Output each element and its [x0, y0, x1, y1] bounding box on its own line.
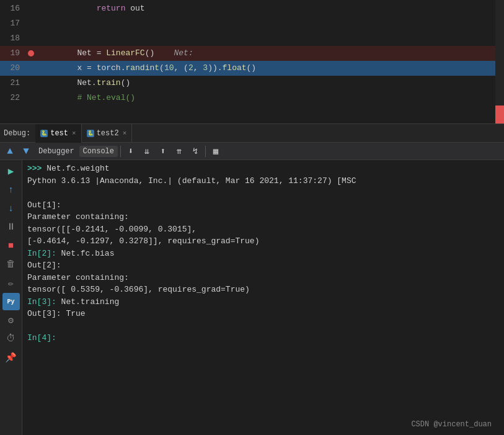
- line-number-22: 22: [0, 91, 26, 105]
- sidebar-icon-pyicon[interactable]: Py: [2, 293, 20, 310]
- code-line-17: 17: [0, 16, 504, 31]
- down-arrow-btn[interactable]: ▼: [19, 144, 33, 159]
- code-text: out: [125, 4, 144, 13]
- console-in2-line: In[2]: Net.fc.bias: [27, 248, 499, 260]
- code-keyword: return: [97, 4, 126, 13]
- debugger-btn[interactable]: Debugger: [35, 146, 78, 157]
- main-layout: ▶ ↑ ↓ ⏸ ■ 🗑 ✏ Py ⚙ ⏱ 📌 >>> Net.fc.weight…: [0, 160, 504, 435]
- line-content-17: [36, 16, 504, 31]
- sidebar-icon-stop[interactable]: ■: [2, 237, 20, 254]
- line-content-22: # Net.eval(): [36, 76, 504, 120]
- line-number-18: 18: [0, 31, 26, 46]
- sidebar-icon-gear[interactable]: ⚙: [2, 312, 20, 329]
- sidebar-icons: ▶ ↑ ↓ ⏸ ■ 🗑 ✏ Py ⚙ ⏱ 📌: [0, 160, 22, 435]
- console-out1-line3: [-0.4614, -0.1297, 0.3278]], requires_gr…: [27, 235, 499, 248]
- breakpoint-dot: [28, 50, 34, 56]
- toolbar-sep-2: [205, 146, 206, 157]
- tab-label-test: test: [50, 129, 68, 138]
- in3-label: In[3]:: [27, 297, 56, 307]
- tab-close-test[interactable]: ×: [72, 130, 76, 137]
- sidebar-icon-run[interactable]: ▶: [2, 163, 20, 180]
- toolbar-sep-1: [120, 146, 121, 157]
- console-system-text: Python 3.6.13 |Anaconda, Inc.| (default,…: [27, 176, 356, 186]
- code-line-22: 22 # Net.eval(): [0, 91, 504, 105]
- toolbar: ▲ ▼ Debugger Console ⬇ ⇊ ⬆ ⇈ ↯ ▦: [0, 143, 504, 160]
- tab-label-test2: test2: [97, 129, 119, 138]
- sidebar-icon-up[interactable]: ↑: [2, 181, 20, 199]
- code-lines: 16 return out 17 18 19 Net = Line: [0, 0, 504, 105]
- line-number-20: 20: [0, 61, 26, 76]
- tab-close-test2[interactable]: ×: [123, 130, 127, 137]
- console-area[interactable]: >>> Net.fc.weight Python 3.6.13 |Anacond…: [22, 160, 504, 347]
- console-btn[interactable]: Console: [79, 146, 118, 157]
- console-system-line: Python 3.6.13 |Anaconda, Inc.| (default,…: [27, 175, 499, 187]
- tab-test[interactable]: 🐍 test ×: [35, 124, 81, 143]
- continue-btn[interactable]: ⇈: [172, 144, 187, 159]
- line-number-21: 21: [0, 76, 26, 91]
- console-out3-label: Out[3]: True: [27, 308, 499, 320]
- sidebar-icon-pin[interactable]: 📌: [2, 349, 20, 366]
- right-red-marker: [495, 105, 504, 124]
- tab-icon-test2: 🐍: [87, 130, 94, 137]
- console-in4-line: In[4]:: [27, 332, 499, 344]
- tab-test2[interactable]: 🐍 test2 ×: [82, 124, 133, 143]
- tab-icon-test: 🐍: [40, 130, 48, 137]
- console-out2-line2: tensor([ 0.5359, -0.3696], requires_grad…: [27, 284, 499, 296]
- out2-label-text: Out[2]:: [27, 261, 61, 270]
- right-indicator: [495, 0, 504, 124]
- out2-text2: tensor([ 0.5359, -0.3696], requires_grad…: [27, 285, 250, 294]
- code-comment22: # Net.eval(): [77, 93, 135, 102]
- console-out2-label: Out[2]:: [27, 259, 499, 272]
- out1-label-text: Out[1]:: [27, 200, 61, 210]
- out2-text1: Parameter containing:: [27, 273, 129, 282]
- in2-label: In[2]:: [27, 249, 56, 258]
- step-over-btn[interactable]: ⬇: [123, 144, 138, 159]
- run-btn[interactable]: ↯: [188, 144, 203, 159]
- line-number-17: 17: [0, 16, 26, 31]
- in3-command: Net.training: [56, 297, 119, 307]
- in4-label: In[4]:: [27, 333, 56, 343]
- console-out2-line1: Parameter containing:: [27, 272, 499, 284]
- console-prompt-line: >>> Net.fc.weight: [27, 163, 499, 175]
- line-number-16: 16: [0, 1, 26, 16]
- code-line-16: 16 return out: [0, 1, 504, 16]
- line-marker-19: [26, 50, 36, 56]
- console-prompt-symbol: >>>: [27, 164, 42, 173]
- out1-text1: Parameter containing:: [27, 212, 129, 222]
- in2-command: Net.fc.bias: [56, 249, 115, 258]
- code-editor: 16 return out 17 18 19 Net = Line: [0, 0, 504, 124]
- console-out1-line2: tensor([[-0.2141, -0.0099, 0.3015],: [27, 223, 499, 236]
- sidebar-icon-clock[interactable]: ⏱: [2, 330, 20, 348]
- step-out-btn[interactable]: ⬆: [156, 144, 170, 159]
- sidebar-icon-edit[interactable]: ✏: [2, 274, 20, 292]
- up-arrow-btn[interactable]: ▲: [2, 144, 17, 159]
- sidebar-icon-trash[interactable]: 🗑: [2, 256, 20, 273]
- code-text: [77, 4, 96, 13]
- console-command-text: Net.fc.weight: [42, 164, 109, 173]
- debug-label: Debug:: [4, 129, 30, 138]
- out3-label-text: Out[3]: True: [27, 309, 86, 318]
- line-number-19: 19: [0, 46, 26, 61]
- table-btn[interactable]: ▦: [208, 144, 223, 159]
- console-out1-label: Out[1]:: [27, 199, 499, 212]
- out1-text3: [-0.4614, -0.1297, 0.3278]], requires_gr…: [27, 236, 259, 246]
- step-into-btn[interactable]: ⇊: [139, 144, 154, 159]
- sidebar-icon-down[interactable]: ↓: [2, 200, 20, 217]
- debug-tabbar: Debug: 🐍 test × 🐍 test2 ×: [0, 124, 504, 143]
- console-wrapper: >>> Net.fc.weight Python 3.6.13 |Anacond…: [22, 160, 504, 435]
- console-in3-line: In[3]: Net.training: [27, 296, 499, 308]
- console-out1-line1: Parameter containing:: [27, 211, 499, 223]
- sidebar-icon-pause[interactable]: ⏸: [2, 218, 20, 236]
- watermark: CSDN @vincent_duan: [411, 420, 492, 429]
- out1-text2: tensor([[-0.2141, -0.0099, 0.3015],: [27, 225, 197, 234]
